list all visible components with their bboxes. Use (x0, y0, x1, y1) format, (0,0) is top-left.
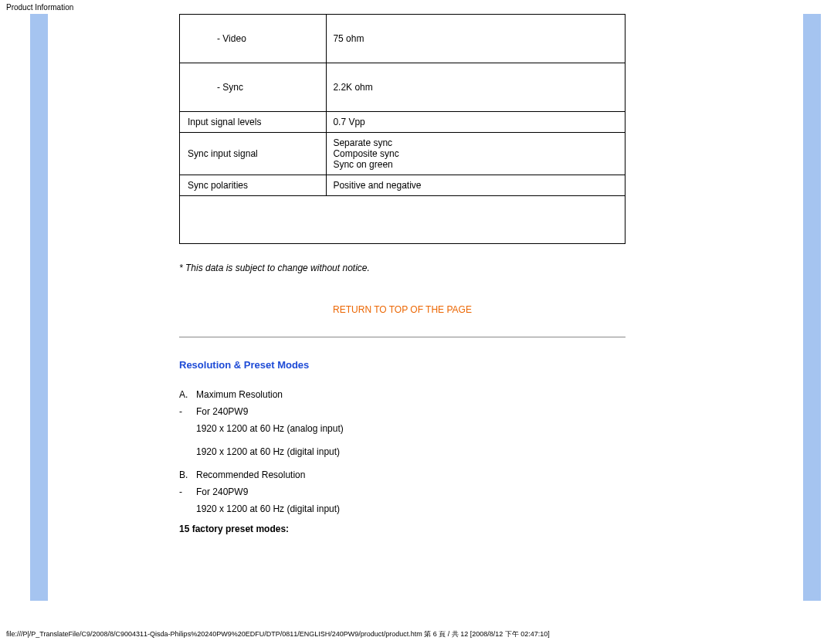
divider (179, 337, 626, 337)
preset-modes-heading: 15 factory preset modes: (179, 524, 626, 534)
resolution-sub: - For 240PW9 (179, 405, 626, 419)
spec-label: Input signal levels (180, 112, 327, 133)
main-content: - Video 75 ohm - Sync 2.2K ohm Input sig… (179, 14, 626, 534)
spec-label: - Video (180, 15, 327, 63)
spec-value: 2.2K ohm (327, 63, 626, 112)
table-spacer-row (180, 196, 626, 244)
table-row: - Video 75 ohm (180, 15, 626, 63)
spec-label: Sync polarities (180, 175, 327, 196)
resolution-sub: - For 240PW9 (179, 485, 626, 499)
marker: A. (179, 388, 196, 402)
table-row: Input signal levels 0.7 Vpp (180, 112, 626, 133)
resolution-label: Maximum Resolution (196, 388, 626, 402)
table-row: Sync input signal Separate sync Composit… (180, 133, 626, 175)
table-row: - Sync 2.2K ohm (180, 63, 626, 112)
resolution-block: A. Maximum Resolution - For 240PW9 1920 … (179, 388, 626, 516)
spec-value: 75 ohm (327, 15, 626, 63)
spec-label: Sync input signal (180, 133, 327, 175)
spec-value: 0.7 Vpp (327, 112, 626, 133)
footer-path: file:///P|/P_TranslateFile/C9/2008/8/C90… (6, 629, 550, 639)
spec-label: - Sync (180, 63, 327, 112)
marker: - (179, 405, 196, 419)
notice-text: * This data is subject to change without… (179, 263, 626, 273)
resolution-item: B. Recommended Resolution (179, 468, 626, 482)
resolution-value: 1920 x 1200 at 60 Hz (digital input) (179, 502, 626, 516)
marker: - (179, 485, 196, 499)
resolution-label: Recommended Resolution (196, 468, 626, 482)
section-title: Resolution & Preset Modes (179, 359, 626, 371)
resolution-sublabel: For 240PW9 (196, 485, 626, 499)
marker: B. (179, 468, 196, 482)
table-row: Sync polarities Positive and negative (180, 175, 626, 196)
resolution-item: A. Maximum Resolution (179, 388, 626, 402)
right-stripe (803, 14, 821, 601)
spec-value: Positive and negative (327, 175, 626, 196)
resolution-value: 1920 x 1200 at 60 Hz (analog input) (179, 422, 626, 436)
return-top-link[interactable]: RETURN TO TOP OF THE PAGE (179, 304, 626, 315)
left-stripe (30, 14, 48, 601)
resolution-value: 1920 x 1200 at 60 Hz (digital input) (179, 445, 626, 459)
spec-value: Separate sync Composite sync Sync on gre… (327, 133, 626, 175)
resolution-sublabel: For 240PW9 (196, 405, 626, 419)
spec-table: - Video 75 ohm - Sync 2.2K ohm Input sig… (179, 14, 626, 244)
page-title: Product Information (0, 0, 834, 15)
